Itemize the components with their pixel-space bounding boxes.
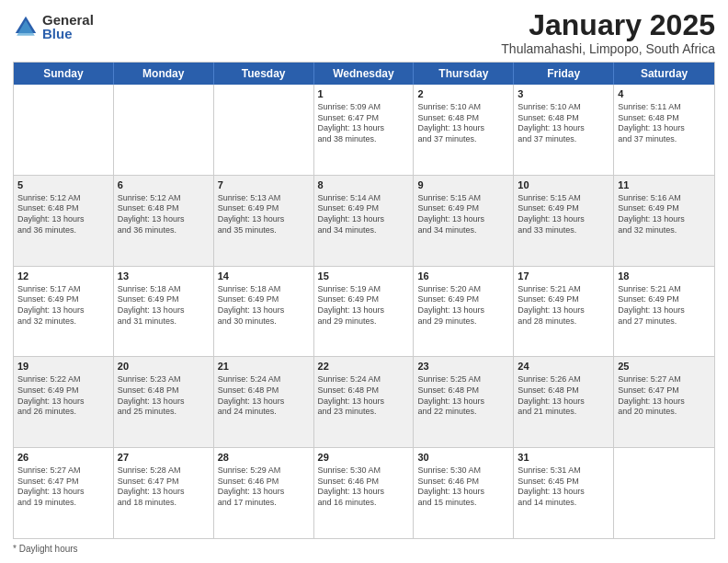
day-number: 14 <box>218 270 310 283</box>
calendar-cell: 3Sunrise: 5:10 AM Sunset: 6:48 PM Daylig… <box>514 85 614 175</box>
day-number: 30 <box>417 451 509 465</box>
calendar-header-cell: Sunday <box>14 63 114 85</box>
calendar-cell: 29Sunrise: 5:30 AM Sunset: 6:46 PM Dayli… <box>314 448 415 538</box>
logo: General Blue <box>13 13 94 40</box>
calendar-body: 1Sunrise: 5:09 AM Sunset: 6:47 PM Daylig… <box>14 85 714 538</box>
calendar-cell: 14Sunrise: 5:18 AM Sunset: 6:49 PM Dayli… <box>214 267 314 357</box>
logo-blue: Blue <box>42 27 94 40</box>
calendar-row: 5Sunrise: 5:12 AM Sunset: 6:48 PM Daylig… <box>14 175 714 266</box>
calendar-row: 26Sunrise: 5:27 AM Sunset: 6:47 PM Dayli… <box>14 447 714 538</box>
main-title: January 2025 <box>501 9 715 41</box>
cell-info: Sunrise: 5:14 AM Sunset: 6:49 PM Dayligh… <box>318 193 410 236</box>
calendar-header-cell: Tuesday <box>214 63 314 85</box>
cell-info: Sunrise: 5:27 AM Sunset: 6:47 PM Dayligh… <box>618 374 711 418</box>
calendar-cell: 21Sunrise: 5:24 AM Sunset: 6:48 PM Dayli… <box>214 357 314 447</box>
calendar-cell: 22Sunrise: 5:24 AM Sunset: 6:48 PM Dayli… <box>314 357 415 447</box>
title-area: January 2025 Thulamahashi, Limpopo, Sout… <box>501 9 715 56</box>
day-number: 5 <box>17 178 109 192</box>
day-number: 15 <box>318 270 410 283</box>
calendar-cell: 6Sunrise: 5:12 AM Sunset: 6:48 PM Daylig… <box>114 176 214 266</box>
calendar-cell: 9Sunrise: 5:15 AM Sunset: 6:49 PM Daylig… <box>414 176 514 266</box>
calendar: SundayMondayTuesdayWednesdayThursdayFrid… <box>13 62 715 539</box>
day-number: 18 <box>618 270 711 283</box>
calendar-cell: 5Sunrise: 5:12 AM Sunset: 6:48 PM Daylig… <box>14 176 114 266</box>
cell-info: Sunrise: 5:21 AM Sunset: 6:49 PM Dayligh… <box>618 284 711 327</box>
calendar-cell: 4Sunrise: 5:11 AM Sunset: 6:48 PM Daylig… <box>614 85 714 175</box>
day-number: 10 <box>518 178 609 192</box>
day-number: 24 <box>518 360 609 373</box>
calendar-cell <box>14 85 114 175</box>
calendar-cell: 7Sunrise: 5:13 AM Sunset: 6:49 PM Daylig… <box>214 176 314 266</box>
calendar-cell: 31Sunrise: 5:31 AM Sunset: 6:45 PM Dayli… <box>514 448 614 538</box>
calendar-header-cell: Wednesday <box>314 63 415 85</box>
cell-info: Sunrise: 5:20 AM Sunset: 6:49 PM Dayligh… <box>417 284 509 327</box>
day-number: 9 <box>417 178 509 192</box>
calendar-cell: 23Sunrise: 5:25 AM Sunset: 6:48 PM Dayli… <box>414 357 514 447</box>
cell-info: Sunrise: 5:30 AM Sunset: 6:46 PM Dayligh… <box>417 465 509 509</box>
day-number: 17 <box>518 270 609 283</box>
day-number: 13 <box>118 270 210 283</box>
cell-info: Sunrise: 5:22 AM Sunset: 6:49 PM Dayligh… <box>17 374 109 418</box>
day-number: 3 <box>518 87 609 101</box>
calendar-cell: 18Sunrise: 5:21 AM Sunset: 6:49 PM Dayli… <box>614 267 714 357</box>
calendar-cell: 20Sunrise: 5:23 AM Sunset: 6:48 PM Dayli… <box>114 357 214 447</box>
cell-info: Sunrise: 5:11 AM Sunset: 6:48 PM Dayligh… <box>618 102 711 145</box>
cell-info: Sunrise: 5:28 AM Sunset: 6:47 PM Dayligh… <box>118 465 210 509</box>
cell-info: Sunrise: 5:31 AM Sunset: 6:45 PM Dayligh… <box>518 465 609 509</box>
calendar-cell: 25Sunrise: 5:27 AM Sunset: 6:47 PM Dayli… <box>614 357 714 447</box>
logo-general: General <box>42 13 94 27</box>
day-number: 12 <box>17 270 109 283</box>
day-number: 19 <box>17 360 109 373</box>
calendar-cell: 2Sunrise: 5:10 AM Sunset: 6:48 PM Daylig… <box>414 85 514 175</box>
sub-title: Thulamahashi, Limpopo, South Africa <box>501 41 715 56</box>
day-number: 20 <box>118 360 210 373</box>
day-number: 7 <box>218 178 310 192</box>
cell-info: Sunrise: 5:16 AM Sunset: 6:49 PM Dayligh… <box>618 193 711 236</box>
day-number: 16 <box>417 270 509 283</box>
day-number: 26 <box>17 451 109 465</box>
cell-info: Sunrise: 5:27 AM Sunset: 6:47 PM Dayligh… <box>17 465 109 509</box>
cell-info: Sunrise: 5:29 AM Sunset: 6:46 PM Dayligh… <box>218 465 310 509</box>
calendar-cell: 12Sunrise: 5:17 AM Sunset: 6:49 PM Dayli… <box>14 267 114 357</box>
cell-info: Sunrise: 5:10 AM Sunset: 6:48 PM Dayligh… <box>518 102 609 145</box>
calendar-cell: 16Sunrise: 5:20 AM Sunset: 6:49 PM Dayli… <box>414 267 514 357</box>
logo-icon <box>13 14 39 40</box>
day-number: 31 <box>518 451 609 465</box>
header: General Blue January 2025 Thulamahashi, … <box>13 9 715 56</box>
day-number: 21 <box>218 360 310 373</box>
footer-text: Daylight hours <box>19 544 78 554</box>
calendar-cell: 15Sunrise: 5:19 AM Sunset: 6:49 PM Dayli… <box>314 267 415 357</box>
cell-info: Sunrise: 5:12 AM Sunset: 6:48 PM Dayligh… <box>118 193 210 236</box>
cell-info: Sunrise: 5:15 AM Sunset: 6:49 PM Dayligh… <box>417 193 509 236</box>
calendar-cell: 24Sunrise: 5:26 AM Sunset: 6:48 PM Dayli… <box>514 357 614 447</box>
calendar-row: 12Sunrise: 5:17 AM Sunset: 6:49 PM Dayli… <box>14 266 714 357</box>
calendar-cell: 30Sunrise: 5:30 AM Sunset: 6:46 PM Dayli… <box>414 448 514 538</box>
cell-info: Sunrise: 5:09 AM Sunset: 6:47 PM Dayligh… <box>318 102 410 145</box>
day-number: 29 <box>318 451 410 465</box>
logo-text: General Blue <box>42 13 94 40</box>
calendar-cell: 28Sunrise: 5:29 AM Sunset: 6:46 PM Dayli… <box>214 448 314 538</box>
footer-note: * Daylight hours <box>13 544 715 554</box>
day-number: 2 <box>417 87 509 101</box>
day-number: 22 <box>318 360 410 373</box>
cell-info: Sunrise: 5:19 AM Sunset: 6:49 PM Dayligh… <box>318 284 410 327</box>
cell-info: Sunrise: 5:17 AM Sunset: 6:49 PM Dayligh… <box>17 284 109 327</box>
calendar-row: 1Sunrise: 5:09 AM Sunset: 6:47 PM Daylig… <box>14 85 714 175</box>
calendar-header-cell: Monday <box>114 63 214 85</box>
cell-info: Sunrise: 5:30 AM Sunset: 6:46 PM Dayligh… <box>318 465 410 509</box>
cell-info: Sunrise: 5:23 AM Sunset: 6:48 PM Dayligh… <box>118 374 210 418</box>
calendar-row: 19Sunrise: 5:22 AM Sunset: 6:49 PM Dayli… <box>14 356 714 447</box>
calendar-cell <box>214 85 314 175</box>
calendar-cell: 27Sunrise: 5:28 AM Sunset: 6:47 PM Dayli… <box>114 448 214 538</box>
calendar-header-row: SundayMondayTuesdayWednesdayThursdayFrid… <box>14 63 714 85</box>
calendar-cell: 13Sunrise: 5:18 AM Sunset: 6:49 PM Dayli… <box>114 267 214 357</box>
calendar-cell: 26Sunrise: 5:27 AM Sunset: 6:47 PM Dayli… <box>14 448 114 538</box>
cell-info: Sunrise: 5:21 AM Sunset: 6:49 PM Dayligh… <box>518 284 609 327</box>
day-number: 27 <box>118 451 210 465</box>
calendar-cell: 8Sunrise: 5:14 AM Sunset: 6:49 PM Daylig… <box>314 176 415 266</box>
day-number: 1 <box>318 87 410 101</box>
calendar-cell: 17Sunrise: 5:21 AM Sunset: 6:49 PM Dayli… <box>514 267 614 357</box>
cell-info: Sunrise: 5:24 AM Sunset: 6:48 PM Dayligh… <box>218 374 310 418</box>
calendar-header-cell: Saturday <box>614 63 714 85</box>
day-number: 11 <box>618 178 711 192</box>
